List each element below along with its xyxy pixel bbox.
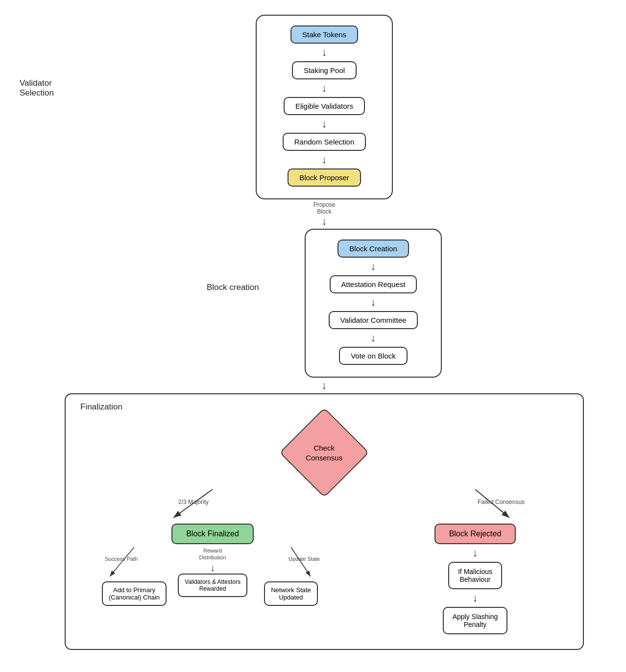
- network-state-node: Network StateUpdated: [264, 581, 318, 606]
- arrow-2: ↓: [322, 79, 327, 97]
- svg-line-3: [110, 547, 134, 576]
- propose-block-arrow-wrap: ProposeBlock ↓: [313, 199, 336, 229]
- block-proposer-node: Block Proposer: [288, 168, 361, 187]
- svg-text:Failed Consensus: Failed Consensus: [478, 499, 525, 505]
- reward-arrow: ↓: [210, 562, 215, 574]
- branches-row: 2/3 Majority Block Finalized: [80, 489, 568, 634]
- propose-block-label: ProposeBlock: [313, 201, 336, 216]
- attestation-request-node: Attestation Request: [330, 275, 417, 293]
- reward-branch: RewardDistribution ↓ Validators & Attest…: [173, 547, 252, 597]
- add-chain-node: Add to Primary(Canonical) Chain: [102, 581, 167, 606]
- arrow-7: ↓: [371, 329, 376, 347]
- diagram-container: Validator Selection Stake Tokens ↓ Staki…: [0, 0, 626, 665]
- arrow-3: ↓: [322, 115, 327, 133]
- svg-text:Success Path: Success Path: [105, 556, 138, 562]
- block-finalized-node: Block Finalized: [171, 524, 254, 544]
- finalization-label: Finalization: [80, 402, 122, 412]
- arrow-6: ↓: [371, 293, 376, 311]
- check-consensus-text: CheckConsensus: [297, 443, 351, 462]
- block-rejected-node: Block Rejected: [434, 524, 516, 544]
- check-consensus-diamond: CheckConsensus: [279, 408, 369, 498]
- right-branch: Failed Consensus Block Rejected ↓ If Mal…: [397, 489, 554, 634]
- propose-arrow: ↓: [321, 216, 327, 227]
- validators-rewarded-node: Validators & AttestorsRewarded: [178, 574, 247, 597]
- eligible-validators-node: Eligible Validators: [284, 97, 365, 115]
- validator-flow-box: Stake Tokens ↓ Staking Pool ↓ Eligible V…: [256, 15, 393, 199]
- majority-arrow-wrap: 2/3 Majority: [164, 489, 262, 524]
- arrow-4: ↓: [322, 151, 327, 168]
- validator-selection-label: Validator Selection: [20, 78, 54, 97]
- success-sub-branches: Success Path Add to Primary(Canonical) C…: [95, 547, 330, 606]
- reward-distribution-label: RewardDistribution: [199, 547, 226, 561]
- check-consensus-wrap: CheckConsensus: [80, 421, 568, 484]
- arrow-to-finalization: ↓: [322, 378, 327, 393]
- arrow-5: ↓: [371, 258, 376, 275]
- staking-pool-node: Staking Pool: [292, 61, 357, 79]
- stake-tokens-node: Stake Tokens: [290, 25, 358, 44]
- random-selection-node: Random Selection: [283, 133, 366, 151]
- block-creation-label-wrap: Block creation: [207, 229, 305, 292]
- svg-line-6: [291, 547, 311, 576]
- block-creation-node: Block Creation: [337, 240, 409, 258]
- vote-on-block-node: Vote on Block: [339, 347, 408, 365]
- update-state-branch: Update State Network StateUpdated: [252, 547, 330, 606]
- majority-label: 2/3 Majority: [178, 499, 209, 505]
- failed-arrow-wrap: Failed Consensus: [426, 489, 524, 524]
- update-state-arrow-svg: Update State: [262, 547, 320, 581]
- block-creation-flow-box: Block Creation ↓ Attestation Request ↓ V…: [305, 229, 442, 378]
- arrow-to-malicious: ↓: [473, 544, 478, 562]
- apply-slashing-node: Apply SlashingPenalty: [443, 607, 508, 634]
- add-chain-branch: Success Path Add to Primary(Canonical) C…: [95, 547, 173, 606]
- majority-arrow-svg: 2/3 Majority: [164, 489, 262, 524]
- validator-selection-label-wrap: Validator Selection: [20, 15, 65, 98]
- if-malicious-node: If MaliciousBehaviour: [448, 562, 502, 589]
- failed-arrow-svg: Failed Consensus: [426, 489, 524, 524]
- finalization-box: Finalization CheckConsensus: [65, 393, 584, 650]
- left-branch: 2/3 Majority Block Finalized: [95, 489, 330, 606]
- arrow-1: ↓: [322, 44, 327, 61]
- svg-text:Update State: Update State: [289, 556, 320, 562]
- arrow-to-slashing: ↓: [473, 589, 478, 607]
- block-creation-label: Block creation: [207, 283, 259, 292]
- success-path-arrow-svg: Success Path: [105, 547, 164, 581]
- validator-committee-node: Validator Committee: [329, 311, 418, 329]
